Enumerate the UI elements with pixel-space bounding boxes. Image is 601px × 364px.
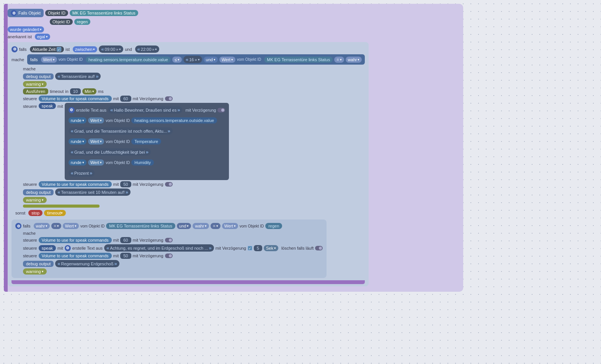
heating-sensor-pill[interactable]: heating.sensors.temperature.outside.valu…	[86, 57, 171, 63]
heating-val-pill[interactable]: heating.sensors.temperature.outside.valu…	[131, 117, 217, 123]
erstelle2-label: erstelle Text aus	[72, 246, 103, 250]
warning-pill-m2[interactable]: warning	[23, 268, 47, 275]
value-field[interactable]: 16 »	[189, 57, 199, 62]
wert-dropdown[interactable]: Wert	[41, 57, 57, 63]
equals-dropdown[interactable]: =	[334, 57, 344, 63]
mit-label3: mit	[113, 182, 119, 187]
achtung-quote: « Achtung, es regnet, und im Erdgeschoß …	[104, 244, 214, 252]
mache2-block: mache steuere Volume to use for speak co…	[23, 231, 323, 275]
volume-val2: 50	[120, 181, 131, 187]
volume-m2-pill2[interactable]: Volume to use for speak commands	[39, 253, 112, 259]
time2-value[interactable]: 22:00 »	[141, 47, 157, 52]
wert-dropdown2[interactable]: Wert	[63, 223, 79, 229]
operator-dropdown[interactable]: ≤	[172, 57, 182, 63]
debug-output-label: debug output	[23, 73, 54, 80]
loeschen-label: löschen falls läuft	[281, 246, 314, 250]
anerkannt-row: anerkannt ist egal	[8, 34, 459, 40]
steuere-vol-m2-row1: steuere Volume to use for speak commands…	[23, 237, 323, 243]
runde-dropdown1[interactable]: runde	[69, 117, 87, 123]
wurde-geaendert-dropdown[interactable]: wurde geändert	[8, 26, 44, 32]
vol-m2-val2: 50	[120, 253, 131, 259]
erstelle-icon: ⚙	[69, 107, 75, 113]
equals2-dropdown[interactable]: =	[51, 223, 61, 229]
mit-verz-m2-label1: mit Verzögerung	[133, 238, 163, 242]
wert-heating-dropdown[interactable]: Wert	[88, 117, 104, 123]
zwischen-dropdown[interactable]: zwischen	[73, 46, 97, 52]
und-dropdown2[interactable]: und	[177, 223, 191, 229]
sonst-row: sonst stop timeout	[15, 210, 365, 216]
toggle-m2-1[interactable]	[165, 238, 173, 242]
value-quote: « 16 »	[183, 56, 202, 63]
grad-luft-row: « Grad, und die Luftfeuchtigkeit liegt b…	[69, 148, 225, 156]
toggle2[interactable]	[165, 182, 173, 187]
equals3-dropdown[interactable]: =	[211, 223, 220, 229]
ist-label: ist	[65, 47, 70, 52]
terrassentuer-pill3[interactable]: MK EG Terrassentüre links Status	[106, 223, 175, 229]
wahr-dropdown2[interactable]: wahr	[34, 223, 50, 229]
falls-objekt-block[interactable]: ⚙ Falls Objekt	[8, 9, 44, 17]
wert-hum-dropdown[interactable]: Wert	[88, 159, 104, 166]
toggle-m2-3[interactable]	[165, 253, 173, 258]
time1-quote: « 09:00 »	[99, 46, 123, 53]
steuere-label1: steuere	[23, 96, 37, 101]
terrassentuer-pill2[interactable]: MK EG Terrassentüre links Status	[264, 57, 333, 63]
mit-m2-label2: mit	[57, 246, 63, 250]
anerkannt-label: anerkannt ist	[8, 34, 32, 39]
min-dropdown[interactable]: Min	[82, 88, 96, 94]
wert3-dropdown[interactable]: Wert	[222, 223, 238, 229]
ms-label: ms	[98, 89, 104, 94]
volume-commands-pill2[interactable]: Volume to use for speak commands	[39, 181, 112, 187]
runde-row3: runde Wert vom Objekt ID Humidity	[69, 159, 225, 166]
steuere-m2-label3: steuere	[23, 253, 37, 258]
runde-dropdown2[interactable]: runde	[69, 138, 87, 145]
mit-label1: mit	[113, 96, 119, 101]
prozent-quote: « Prozent »	[69, 169, 95, 177]
steuere-label2: steuere	[23, 103, 37, 109]
toggle-speak[interactable]	[217, 108, 225, 112]
sek-dropdown[interactable]: Sek	[264, 245, 278, 251]
terrassentuer-auf-text: Terrassentüre auf!	[61, 74, 95, 79]
und-label: und	[125, 47, 132, 52]
toggle-m2-2[interactable]	[315, 246, 323, 250]
warning-pill2[interactable]: warning	[23, 197, 47, 203]
falls2-icon: ⚙	[15, 223, 21, 229]
volume-m2-pill1[interactable]: Volume to use for speak commands	[39, 237, 112, 243]
mache-inner-block: mache debug output « Terrassentüre auf! …	[23, 66, 365, 208]
prozent-row: « Prozent »	[69, 169, 225, 177]
toggle1[interactable]	[165, 96, 173, 101]
volume-commands-pill1[interactable]: Volume to use for speak commands	[39, 96, 112, 102]
runde-dropdown3[interactable]: runde	[69, 159, 87, 166]
temperature-pill[interactable]: Temperature	[131, 138, 161, 145]
timeout-dropdown[interactable]: timeout	[44, 210, 66, 216]
terrassentuer-pill[interactable]: MK EG Terrassentüre links Status	[70, 10, 138, 16]
mit-verz-label2: mit Verzögerung	[133, 182, 163, 187]
wahr2-dropdown[interactable]: wahr	[193, 223, 209, 229]
debug-m2-label: debug output	[23, 261, 54, 267]
main-canvas: ⚙ Falls Objekt Objekt ID MK EG Terrassen…	[4, 4, 463, 292]
warning-pill1[interactable]: warning	[23, 81, 47, 87]
debug-output-label2: debug output	[23, 189, 54, 195]
vol-m2-val1: 60	[120, 237, 131, 243]
time1-value[interactable]: 09:00 »	[105, 47, 121, 52]
mit-verz-label1: mit Verzögerung	[133, 96, 163, 101]
speak-m2-pill[interactable]: speak	[39, 245, 56, 251]
speak-pill[interactable]: speak	[39, 103, 56, 109]
steuere-m2-label2: steuere	[23, 246, 37, 250]
egal-dropdown[interactable]: egal	[35, 34, 50, 40]
regenwarnung-quote: « Regenwarnung Erdgeschoß »	[55, 260, 119, 267]
mit-verz-m2-label2: mit Verzögerung	[216, 246, 246, 250]
humidity-pill[interactable]: Humidity	[131, 159, 154, 166]
wahr-dropdown[interactable]: wahr	[346, 57, 362, 63]
header-row: ⚙ Falls Objekt Objekt ID MK EG Terrassen…	[8, 9, 459, 17]
prozent-text: Prozent	[74, 171, 89, 176]
und-dropdown[interactable]: und	[204, 57, 218, 63]
check-icon: ✓	[57, 47, 61, 52]
warning-row2: warning	[23, 197, 365, 203]
wert2-dropdown[interactable]: Wert	[219, 57, 235, 63]
regen-pill[interactable]: regen	[74, 19, 90, 25]
wert-temp-dropdown[interactable]: Wert	[88, 138, 104, 145]
regen-pill2[interactable]: regen	[265, 223, 282, 229]
terrassentuer-seit-text: Terrassentüre seit 10 Minuten auf!	[61, 190, 124, 195]
grad-luft-quote: « Grad, und die Luftfeuchtigkeit liegt b…	[69, 148, 151, 156]
mache-label2: mache	[23, 67, 36, 71]
